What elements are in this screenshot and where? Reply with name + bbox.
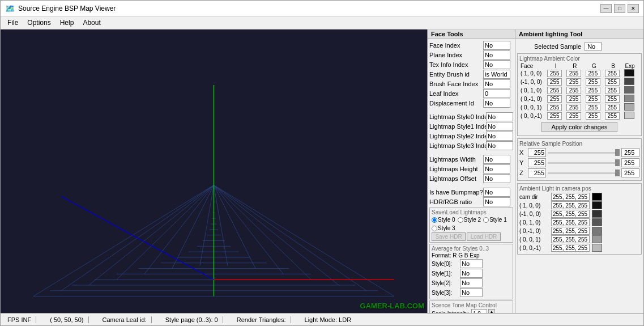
style1-avg-row: Style[1]: No [432,269,511,278]
z-pos-row: Z 255 [519,168,639,177]
viewport[interactable]: GAMER-LAB.COM [1,29,427,313]
maximize-button[interactable]: □ [614,4,625,13]
style2-radio-label[interactable]: Style 2 [458,217,481,223]
style1-radio-label[interactable]: Style 1 [483,217,507,223]
panel-headers: Face Tools Ambient lighting Tool [428,29,643,39]
lm-b-input-0[interactable] [585,69,604,78]
tex-info-label: Tex Info Index [429,61,483,68]
cam-value-input-4[interactable] [551,227,590,235]
cam-value-input-1[interactable] [551,201,590,209]
lm-exp-input-4[interactable] [604,103,623,112]
tone-map-group: Scence Tone Map Control Scale Intensity … [429,300,513,313]
lm-r-input-2[interactable] [546,86,565,95]
lm-exp-input-1[interactable] [604,78,623,86]
entity-brush-value: is World [483,70,510,79]
close-button[interactable]: ✕ [628,4,639,13]
apply-color-changes-button[interactable]: Apply color changes [541,122,617,132]
cam-swatch-4 [592,227,602,235]
save-load-group: Save\Load Lightmaps Style 0 Style 2 Styl… [429,208,513,243]
displacement-label: Displacement Id [429,100,483,107]
x-input[interactable] [528,148,546,157]
menu-about[interactable]: About [78,18,105,28]
cam-value-input-5[interactable] [551,235,590,243]
lm-b-input-4[interactable] [585,103,604,112]
lm-g-input-2[interactable] [565,86,585,95]
lm-style3-value: No [486,141,513,150]
lm-swatch-0 [623,69,637,78]
lm-g-input-4[interactable] [565,103,585,112]
lm-g-input-5[interactable] [565,112,585,120]
lm-style1-row: Lightmap Style1 Index No [429,122,513,131]
main-window: 🗺️ Source Engine BSP Map Viewer — □ ✕ Fi… [0,0,644,326]
lm-r-input-4[interactable] [546,103,565,112]
cam-label-5: ( 0, 0, 1) [519,236,549,243]
col-swatch [637,63,639,69]
main-content: GAMER-LAB.COM Face Tools Ambient lightin… [1,29,643,313]
menu-options[interactable]: Options [23,18,55,28]
lm-exp-input-2[interactable] [604,86,623,95]
displacement-value: No [483,99,510,108]
lm-r-input-3[interactable] [546,95,565,103]
x-slider[interactable] [548,152,620,154]
lm-swatch-5 [623,112,637,120]
scale-up-button[interactable]: ▲ [488,309,495,313]
camera-pos-status: ( 50, 50, 50) [45,316,88,323]
y-slider[interactable] [548,162,620,164]
lm-row-5: ( 0, 0,-1) [519,112,639,120]
hdr-rgb-label: HDR/RGB ratio [429,198,483,205]
bumpmap-label: Is have Bumpmap? [429,189,483,196]
lm-face-label-4: ( 0, 0, 1) [519,103,546,112]
z-input[interactable] [528,168,546,177]
lm-swatch-3 [623,95,637,103]
save-hdr-button[interactable]: Save HDR [432,232,466,241]
cam-swatch-1 [592,201,602,209]
scale-intensity-input[interactable] [471,309,487,313]
cam-value-input-2[interactable] [551,210,590,218]
lm-g-input-3[interactable] [565,95,585,103]
lm-exp-input-5[interactable] [604,112,623,120]
lm-r-input-1[interactable] [546,78,565,86]
style3-radio-label[interactable]: Style 3 [432,225,455,231]
minimize-button[interactable]: — [600,4,612,13]
face-tools-body: Face Index No Plane Index No Tex Info In… [428,39,515,313]
lm-width-value: No [483,155,510,164]
lm-exp-input-3[interactable] [604,95,623,103]
lm-b-input-5[interactable] [585,112,604,120]
lm-swatch-4 [623,103,637,112]
rel-pos-group: Relative Sample Position X 255 Y 255 [517,138,642,181]
x-label: X [519,149,526,156]
cam-label-0: cam dir [519,194,549,200]
style2-radio[interactable] [458,217,463,223]
lm-exp-input-0[interactable] [604,69,623,78]
lm-row-2: ( 0, 1, 0) [519,86,639,95]
style3-radio[interactable] [432,226,437,231]
lm-b-input-1[interactable] [585,78,604,86]
save-load-title: Save\Load Lightmaps [432,209,511,215]
style1-radio[interactable] [483,217,489,223]
z-slider[interactable] [548,172,620,174]
lm-style2-value: No [486,132,513,141]
lm-swatch-2 [623,86,637,95]
y-input[interactable] [528,158,546,167]
render-triangles-status: Render Triangles: [232,316,291,323]
lm-r-input-0[interactable] [546,69,565,78]
tex-info-row: Tex Info Index No [429,60,513,69]
menu-file[interactable]: File [3,18,23,28]
bumpmap-value: No [483,188,510,197]
lm-g-input-0[interactable] [565,69,585,78]
cam-value-input-3[interactable] [551,218,590,226]
lm-r-input-5[interactable] [546,112,565,120]
style0-radio[interactable] [432,217,437,223]
lightmap-color-title: Lightmap Ambient Color [519,56,639,62]
lm-b-input-3[interactable] [585,95,604,103]
lm-row-0: ( 1, 0, 0) [519,69,639,78]
cam-value-input-6[interactable] [551,244,590,252]
style0-radio-label[interactable]: Style 0 [432,217,455,223]
lm-g-input-1[interactable] [565,78,585,86]
menu-help[interactable]: Help [56,18,79,28]
save-load-buttons: Save HDR Load HDR [432,232,511,241]
cam-label-1: ( 1, 0, 0) [519,202,549,209]
load-hdr-button[interactable]: Load HDR [467,232,501,241]
cam-value-input-0[interactable] [551,193,590,201]
lm-b-input-2[interactable] [585,86,604,95]
